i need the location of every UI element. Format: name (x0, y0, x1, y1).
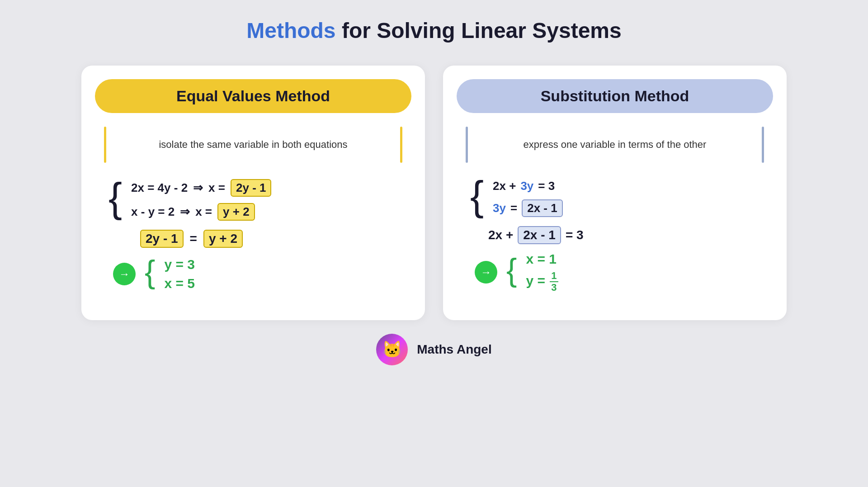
green-arrow-sub: → (475, 261, 497, 284)
blue-bar-right (762, 127, 764, 163)
equals-sign: = (190, 232, 197, 246)
sub-eq2-equals: = (510, 201, 517, 215)
eq2-right-pre: x = (195, 205, 212, 219)
arrow-icon-sub: → (481, 266, 491, 279)
sub-equation-row-2: 3y = 2x - 1 (493, 199, 563, 217)
brand-name: Maths Angel (417, 342, 491, 357)
title-rest: for Solving Linear Systems (336, 19, 622, 43)
substitution-header: Substitution Method (457, 79, 773, 113)
result-row-equal: → { y = 3 x = 5 (113, 257, 402, 291)
equal-values-description: isolate the same variable in both equati… (113, 138, 393, 152)
result-brace-sub: { (506, 254, 517, 286)
result-y-sub: y = 1 3 (526, 270, 559, 293)
equal-values-equations: { 2x = 4y - 2 ⇒ x = 2y - 1 x - y = 2 ⇒ x… (108, 179, 402, 221)
equal-values-title: Equal Values Method (176, 87, 330, 104)
equal-values-body: isolate the same variable in both equati… (81, 113, 425, 296)
result-brace: { (145, 256, 155, 288)
sub-equation-row-1: 2x + 3y = 3 (493, 179, 563, 193)
eq1-right-pre: x = (208, 181, 225, 195)
brace-equations: 2x = 4y - 2 ⇒ x = 2y - 1 x - y = 2 ⇒ x =… (131, 179, 271, 221)
eq1-arrow: ⇒ (193, 181, 203, 195)
combined-equation: 2x + 2x - 1 = 3 (488, 226, 764, 244)
substitution-body: express one variable in terms of the oth… (443, 113, 787, 298)
substitution-card: Substitution Method express one variable… (443, 66, 787, 320)
eq2-box: y + 2 (217, 203, 255, 221)
sub-eq1-blue: 3y (520, 179, 533, 193)
sub-eq2-box: 2x - 1 (522, 199, 563, 217)
sub-brace-left: { (470, 175, 484, 216)
brand-logo: 🐱 (376, 334, 408, 365)
result-x-sub: x = 1 (526, 251, 559, 267)
fraction: 1 3 (550, 270, 558, 293)
eq1-left: 2x = 4y - 2 (131, 181, 188, 195)
page-title: Methods for Solving Linear Systems (246, 18, 622, 43)
substitution-equations: { 2x + 3y = 3 3y = 2x - 1 (470, 179, 764, 217)
combined-post: = 3 (566, 228, 584, 242)
substitution-description: express one variable in terms of the oth… (475, 138, 755, 152)
result-equations-sub: x = 1 y = 1 3 (526, 251, 559, 293)
result-y-pre: y = (526, 273, 545, 288)
equals-box1: 2y - 1 (140, 230, 184, 248)
equals-box2: y + 2 (203, 230, 243, 248)
blue-bar-left (466, 127, 468, 163)
combined-box: 2x - 1 (518, 226, 561, 244)
footer: 🐱 Maths Angel (376, 334, 491, 365)
result-row-sub: → { x = 1 y = 1 3 (475, 251, 764, 293)
fraction-numerator: 1 (550, 270, 558, 282)
arrow-icon: → (119, 268, 130, 280)
yellow-bar-left (104, 127, 106, 163)
cards-container: Equal Values Method isolate the same var… (50, 66, 818, 320)
sub-brace-equations: 2x + 3y = 3 3y = 2x - 1 (493, 179, 563, 217)
logo-emoji: 🐱 (382, 340, 402, 359)
equal-values-header: Equal Values Method (95, 79, 411, 113)
sub-eq1-pre: 2x + (493, 179, 516, 193)
eq2-arrow: ⇒ (180, 205, 190, 219)
result-y: y = 3 (164, 257, 195, 272)
equal-values-description-row: isolate the same variable in both equati… (104, 127, 402, 163)
sub-eq1-post: = 3 (538, 179, 555, 193)
eq2-left: x - y = 2 (131, 205, 175, 219)
substitution-title: Substitution Method (541, 87, 689, 104)
eq1-box: 2y - 1 (231, 179, 272, 197)
result-x: x = 5 (164, 276, 195, 291)
equals-row: 2y - 1 = y + 2 (140, 230, 402, 248)
yellow-bar-right (400, 127, 402, 163)
equation-row-2: x - y = 2 ⇒ x = y + 2 (131, 203, 271, 221)
combined-pre: 2x + (488, 228, 513, 242)
equation-row-1: 2x = 4y - 2 ⇒ x = 2y - 1 (131, 179, 271, 197)
title-highlight: Methods (246, 19, 335, 43)
fraction-denominator: 3 (550, 282, 558, 293)
green-arrow-equal: → (113, 263, 136, 285)
substitution-description-row: express one variable in terms of the oth… (466, 127, 764, 163)
brace-left: { (108, 177, 122, 218)
result-equations-equal: y = 3 x = 5 (164, 257, 195, 291)
equal-values-card: Equal Values Method isolate the same var… (81, 66, 425, 320)
sub-eq2-pre-blue: 3y (493, 201, 506, 215)
